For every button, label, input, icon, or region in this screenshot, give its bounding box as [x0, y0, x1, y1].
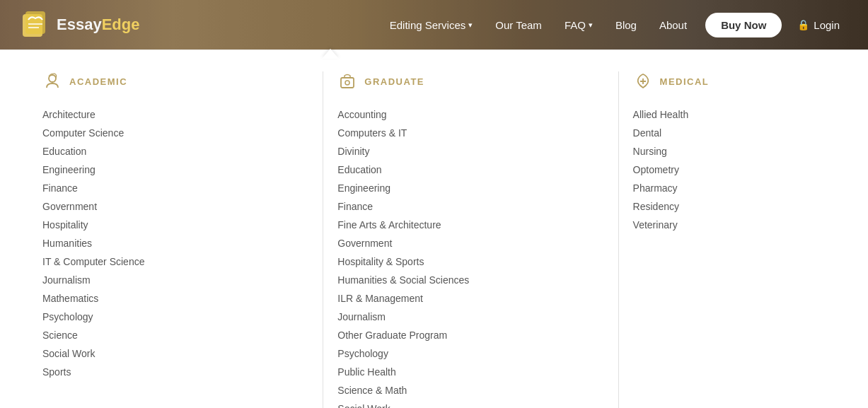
list-item: Hospitality [42, 216, 287, 234]
medical-link[interactable]: Optometry [633, 164, 804, 175]
academic-title: ACADEMIC [69, 76, 127, 87]
academic-link[interactable]: Science [42, 330, 287, 341]
graduate-link[interactable]: Public Health [337, 366, 582, 378]
medical-link[interactable]: Residency [633, 201, 804, 212]
list-item: Mathematics [42, 289, 287, 308]
list-item: Architecture [42, 105, 287, 124]
medical-link[interactable]: Allied Health [633, 109, 804, 120]
list-item: Public Health [337, 363, 582, 381]
academic-list: ArchitectureComputer ScienceEducationEng… [42, 105, 287, 381]
nav-about[interactable]: About [649, 13, 697, 37]
list-item: Nursing [633, 142, 804, 161]
medical-title: MEDICAL [660, 76, 710, 87]
list-item: Journalism [42, 271, 287, 289]
logo-essay: Essay [57, 16, 102, 33]
academic-link[interactable]: Sports [42, 366, 287, 378]
nav-editing-services[interactable]: Editing Services ▾ [380, 13, 483, 37]
nav-faq[interactable]: FAQ ▾ [555, 13, 603, 37]
list-item: Humanities [42, 234, 287, 252]
list-item: Pharmacy [633, 179, 804, 197]
graduate-link[interactable]: Other Graduate Program [337, 330, 582, 341]
list-item: Computers & IT [337, 124, 582, 142]
logo-edge: Edge [102, 16, 140, 33]
academic-link[interactable]: Computer Science [42, 127, 287, 139]
list-item: Accounting [337, 105, 582, 124]
list-item: Social Work [42, 344, 287, 363]
medical-link[interactable]: Nursing [633, 146, 804, 157]
medical-link[interactable]: Pharmacy [633, 182, 804, 194]
chevron-down-icon: ▾ [468, 21, 473, 30]
academic-link[interactable]: Humanities [42, 238, 287, 249]
list-item: Computer Science [42, 124, 287, 142]
list-item: Divinity [337, 142, 582, 161]
academic-link[interactable]: Finance [42, 182, 287, 194]
graduate-title: GRADUATE [364, 76, 424, 87]
list-item: Fine Arts & Architecture [337, 216, 582, 234]
academic-icon [42, 71, 62, 91]
academic-link[interactable]: Hospitality [42, 219, 287, 231]
list-item: Journalism [337, 308, 582, 326]
graduate-link[interactable]: Government [337, 238, 582, 249]
graduate-icon [337, 71, 357, 91]
svg-rect-5 [341, 78, 354, 88]
logo[interactable]: EssayEdge [21, 10, 139, 40]
graduate-link[interactable]: Psychology [337, 348, 582, 359]
medical-link[interactable]: Veterinary [633, 219, 804, 231]
academic-link[interactable]: Architecture [42, 109, 287, 120]
buy-now-button[interactable]: Buy Now [705, 13, 782, 37]
graduate-link[interactable]: ILR & Management [337, 293, 582, 304]
academic-link[interactable]: Government [42, 201, 287, 212]
list-item: Sports [42, 363, 287, 381]
list-item: Allied Health [633, 105, 804, 124]
academic-link[interactable]: Engineering [42, 164, 287, 175]
svg-rect-1 [25, 11, 45, 34]
graduate-link[interactable]: Hospitality & Sports [337, 256, 582, 267]
list-item: Engineering [337, 179, 582, 197]
academic-link[interactable]: Social Work [42, 348, 287, 359]
graduate-link[interactable]: Education [337, 164, 582, 175]
list-item: Other Graduate Program [337, 326, 582, 344]
graduate-link[interactable]: Fine Arts & Architecture [337, 219, 582, 231]
graduate-link[interactable]: Finance [337, 201, 582, 212]
dropdown-panel: ACADEMIC ArchitectureComputer ScienceEdu… [0, 49, 868, 408]
graduate-header: GRADUATE [337, 71, 582, 91]
list-item: IT & Computer Science [42, 252, 287, 271]
list-item: Psychology [337, 344, 582, 363]
dropdown-pointer [322, 49, 339, 59]
academic-link[interactable]: IT & Computer Science [42, 256, 287, 267]
list-item: Education [337, 161, 582, 179]
academic-link[interactable]: Education [42, 146, 287, 157]
svg-point-4 [49, 75, 56, 82]
academic-link[interactable]: Psychology [42, 311, 287, 322]
graduate-link[interactable]: Engineering [337, 182, 582, 194]
graduate-link[interactable]: Journalism [337, 311, 582, 322]
nav-blog[interactable]: Blog [606, 13, 647, 37]
list-item: Government [337, 234, 582, 252]
divider-1 [323, 71, 323, 408]
list-item: Veterinary [633, 216, 804, 234]
medical-link[interactable]: Dental [633, 127, 804, 139]
academic-link[interactable]: Journalism [42, 274, 287, 286]
graduate-column: GRADUATE AccountingComputers & ITDivinit… [337, 71, 603, 408]
medical-list: Allied HealthDentalNursingOptometryPharm… [633, 105, 804, 234]
academic-link[interactable]: Mathematics [42, 293, 287, 304]
graduate-link[interactable]: Science & Math [337, 385, 582, 396]
list-item: Optometry [633, 161, 804, 179]
svg-point-6 [345, 81, 349, 85]
graduate-link[interactable]: Accounting [337, 109, 582, 120]
nav-our-team[interactable]: Our Team [485, 13, 552, 37]
list-item: Humanities & Social Sciences [337, 271, 582, 289]
login-button[interactable]: 🔒 Login [790, 13, 847, 37]
graduate-link[interactable]: Humanities & Social Sciences [337, 274, 582, 286]
medical-column: MEDICAL Allied HealthDentalNursingOptome… [633, 71, 826, 408]
list-item: Dental [633, 124, 804, 142]
list-item: Social Work [337, 400, 582, 408]
list-item: Residency [633, 197, 804, 216]
list-item: Science & Math [337, 381, 582, 400]
graduate-link[interactable]: Divinity [337, 146, 582, 157]
list-item: Hospitality & Sports [337, 252, 582, 271]
main-header: EssayEdge Editing Services ▾ Our Team FA… [0, 0, 868, 49]
list-item: Finance [42, 179, 287, 197]
graduate-link[interactable]: Social Work [337, 403, 582, 408]
graduate-link[interactable]: Computers & IT [337, 127, 582, 139]
